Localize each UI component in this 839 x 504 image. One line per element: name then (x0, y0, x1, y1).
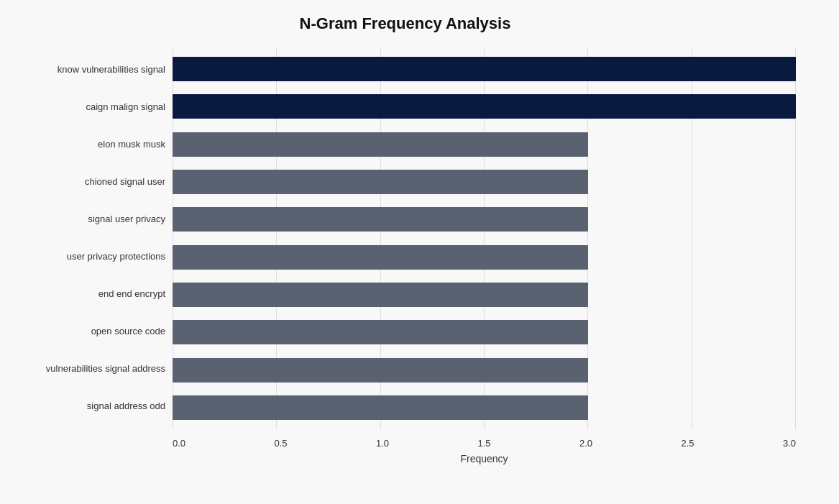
x-tick: 3.0 (783, 438, 796, 449)
bar (173, 132, 588, 157)
x-axis: 0.00.51.01.52.02.53.0 (173, 432, 796, 449)
bar (173, 245, 588, 270)
y-label: signal user privacy (88, 202, 165, 237)
y-label: chioned signal user (85, 165, 165, 199)
x-axis-label: Frequency (173, 453, 796, 464)
bar-row (173, 205, 796, 234)
bar-row (173, 243, 796, 272)
y-label: caign malign signal (86, 90, 165, 124)
y-label: open source code (91, 314, 165, 349)
x-axis-area: 0.00.51.01.52.02.53.0 Frequency (173, 432, 796, 464)
y-label: vulnerabilities signal address (46, 352, 165, 386)
y-label: know vulnerabilities signal (58, 52, 165, 87)
bars-section (173, 47, 796, 429)
y-label: user privacy protections (67, 239, 165, 274)
x-tick: 0.5 (274, 438, 287, 449)
y-label: end end encrypt (98, 277, 165, 311)
bars-and-grid: 0.00.51.01.52.02.53.0 Frequency (173, 47, 796, 464)
x-tick: 0.0 (173, 438, 185, 449)
bar-row (173, 356, 796, 385)
bars-wrapper (173, 47, 796, 429)
y-label: signal address odd (87, 389, 165, 423)
x-tick: 2.5 (681, 438, 694, 449)
bar (173, 57, 796, 81)
chart-title: N-Gram Frequency Analysis (14, 14, 796, 33)
bar (173, 207, 588, 232)
bar-row (173, 393, 796, 422)
bar (173, 94, 796, 119)
bar-row (173, 55, 796, 83)
bar (173, 170, 588, 194)
x-tick: 2.0 (579, 438, 592, 449)
bar-row (173, 92, 796, 121)
bar-row (173, 318, 796, 347)
bar-row (173, 280, 796, 309)
chart-area: know vulnerabilities signalcaign malign … (14, 47, 796, 464)
bar (173, 320, 588, 344)
bar-row (173, 130, 796, 159)
bar (173, 358, 588, 382)
bar (173, 283, 588, 307)
x-tick: 1.0 (376, 438, 389, 449)
bar (173, 395, 588, 420)
y-labels: know vulnerabilities signalcaign malign … (14, 51, 173, 425)
x-tick: 1.5 (477, 438, 490, 449)
chart-container: N-Gram Frequency Analysis know vulnerabi… (0, 0, 839, 504)
bar-row (173, 168, 796, 196)
y-label: elon musk musk (98, 127, 165, 162)
